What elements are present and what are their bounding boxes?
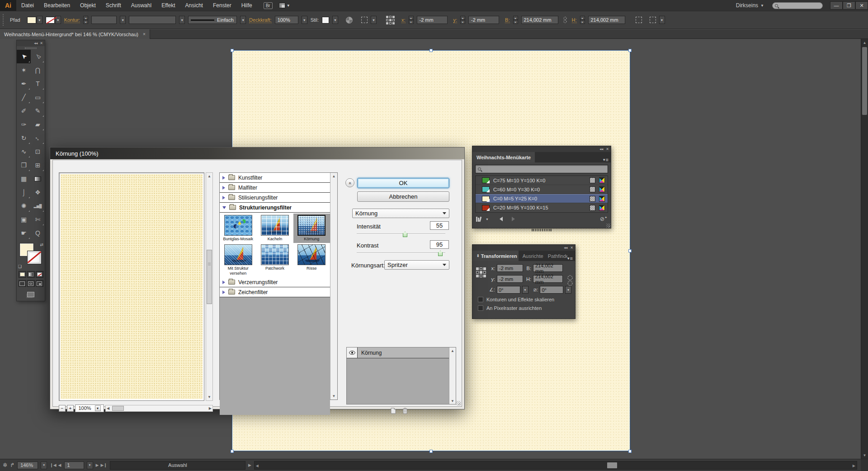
workspace-layout-icon[interactable]: ▼ — [279, 3, 290, 8]
pattern-icon[interactable] — [590, 186, 595, 192]
scroll-left-icon[interactable]: ◀ — [256, 464, 259, 468]
selection-handle-e[interactable] — [628, 249, 632, 252]
category-strukturierungsfilter[interactable]: Strukturierungsfilter — [220, 203, 330, 213]
tab-close-icon[interactable]: × — [143, 32, 146, 37]
category-kunstfilter[interactable]: Kunstfilter — [220, 173, 330, 183]
expand-icon[interactable] — [222, 196, 225, 200]
menu-bearbeiten[interactable]: Bearbeiten — [39, 0, 75, 11]
panel-close-icon[interactable]: ✕ — [606, 147, 609, 151]
graphic-style-dropdown[interactable]: ▼ — [332, 16, 338, 24]
rotate-angle-field[interactable]: 0° — [497, 286, 520, 294]
constrain-proportions-icon[interactable] — [567, 275, 573, 286]
pattern-icon[interactable] — [590, 177, 595, 183]
selection-handle-se[interactable] — [628, 450, 632, 453]
panel-collapse-icon[interactable]: ◂◂ — [599, 147, 603, 151]
mesh-tool[interactable]: ▦ — [17, 172, 31, 186]
category-zeichenfilter[interactable]: Zeichenfilter — [220, 287, 330, 297]
horizontal-scroll-thumb[interactable] — [607, 462, 617, 468]
rectangle-tool[interactable]: ▭ — [31, 90, 45, 104]
share-icon[interactable]: ↱ — [10, 462, 14, 468]
cmyk-process-icon[interactable] — [599, 196, 605, 202]
artboard-number-field[interactable]: 1 — [64, 461, 84, 469]
preview-hscroll-thumb[interactable] — [112, 406, 124, 411]
vertical-scrollbar[interactable]: ▲ ▼ — [861, 39, 868, 459]
zoom-tool[interactable]: Q — [31, 226, 45, 240]
workspace-switcher[interactable]: Dirkseins ▼ — [736, 2, 764, 9]
ok-button[interactable]: OK — [357, 178, 449, 188]
fill-color-dropdown[interactable]: ▼ — [37, 16, 42, 24]
y-field[interactable]: -2 mm — [497, 275, 523, 283]
x-field[interactable]: -2 mm — [497, 264, 523, 272]
menu-fenster[interactable]: Fenster — [208, 0, 236, 11]
swatch-row-teal[interactable]: C=60 M=0 Y=30 K=0 — [476, 185, 608, 194]
draw-inside-mode[interactable] — [36, 280, 43, 287]
stroke-style-field[interactable]: Einfach — [188, 16, 237, 24]
paintbrush-tool[interactable]: ✐ — [17, 104, 31, 118]
expand-icon[interactable] — [222, 290, 225, 294]
selection-handle-s[interactable] — [429, 450, 433, 453]
dialog-title-bar[interactable]: Körnung (100%) — [50, 147, 464, 159]
panel-collapse-icon[interactable]: ◂◂ — [34, 41, 38, 45]
scroll-up-icon[interactable]: ▲ — [861, 39, 868, 46]
height-field[interactable]: 214,002 mm — [588, 16, 625, 24]
previous-artboard-icon[interactable]: ◀ — [58, 463, 61, 467]
y-stepper[interactable]: ▲▼ — [460, 16, 465, 24]
direct-selection-tool[interactable]: ▻ — [31, 50, 45, 63]
effect-layer-row[interactable]: Körnung — [347, 347, 456, 358]
artboard-tool[interactable]: ▣ — [17, 213, 31, 226]
width-field[interactable]: 214,002 mm — [521, 16, 558, 24]
swatch-panel-tab[interactable]: Weihnachts-Menükarte — [472, 152, 535, 162]
panel-menu-icon[interactable]: ▾≡ — [603, 157, 611, 162]
gradient-tool[interactable] — [31, 172, 45, 186]
height-stepper[interactable]: ▲▼ — [580, 16, 585, 24]
menu-ansicht[interactable]: Ansicht — [180, 0, 208, 11]
default-fill-stroke-icon[interactable]: ❏ — [18, 264, 22, 269]
stroke-weight-dropdown[interactable]: ▼ — [120, 16, 126, 24]
scroll-down-icon[interactable]: ▼ — [861, 452, 868, 459]
panel-drag-grip[interactable] — [17, 46, 45, 50]
stroke-weight-stepper[interactable]: ▲▼ — [83, 16, 88, 24]
zoom-level-field[interactable]: 146% — [17, 461, 38, 469]
swatch-search-input[interactable] — [475, 165, 608, 173]
zoom-in-button[interactable]: + — [67, 405, 74, 412]
filter-thumb-buntglas[interactable]: Buntglas-Mosaik — [220, 214, 256, 243]
shear-angle-field[interactable]: 0° — [540, 286, 563, 294]
category-stilisierungsfilter[interactable]: Stilisierungsfilter — [220, 193, 330, 203]
panel-close-icon[interactable]: ✕ — [570, 246, 573, 250]
dialog-resize-grip[interactable] — [456, 401, 461, 405]
filter-thumb-patchwork[interactable]: Patchwork — [256, 243, 293, 277]
symbol-sprayer-tool[interactable]: ✺ — [17, 199, 31, 213]
brush-definition-dropdown[interactable]: ▼ — [179, 16, 185, 24]
opacity-dropdown[interactable]: ▼ — [302, 16, 307, 24]
eyedropper-tool[interactable]: ⌡ — [17, 186, 31, 199]
vertical-scroll-thumb[interactable] — [862, 47, 867, 115]
screen-mode-button[interactable] — [17, 289, 45, 301]
selection-handle-nw[interactable] — [231, 49, 234, 52]
y-field[interactable]: -2 mm — [468, 16, 499, 24]
reference-point-grid[interactable] — [386, 16, 395, 24]
cmyk-process-icon[interactable] — [599, 205, 605, 211]
height-field[interactable]: 214,002 mm — [533, 275, 563, 283]
color-button[interactable] — [19, 271, 26, 278]
select-similar-dropdown[interactable]: ▼ — [371, 16, 377, 24]
width-tool[interactable]: ∿ — [17, 145, 31, 158]
draw-behind-mode[interactable] — [27, 280, 35, 287]
visibility-cell[interactable] — [347, 347, 358, 358]
pen-tool[interactable]: ✒ — [17, 77, 31, 90]
swap-fill-stroke-icon[interactable]: ⇄ — [40, 243, 43, 247]
effect-scroll-up-icon[interactable]: ▲ — [449, 347, 456, 354]
collapse-icon[interactable] — [222, 206, 226, 209]
preview-scroll-thumb[interactable] — [207, 250, 212, 304]
draw-normal-mode[interactable] — [19, 280, 26, 287]
isolate-selection-icon[interactable] — [650, 17, 656, 23]
library-dropdown-icon[interactable]: ▼ — [486, 218, 489, 221]
scale-tool[interactable]: ↔ — [31, 131, 45, 145]
document-tab[interactable]: Weihnachts-Menü-Hintergrund* bei 146 % (… — [0, 29, 150, 39]
filter-thumb-risse[interactable]: Risse — [293, 243, 330, 277]
expand-icon[interactable] — [222, 281, 225, 284]
opacity-label[interactable]: Deckkraft: — [249, 17, 272, 23]
swatch-row-cream-selected[interactable]: C=0 M=5 Y=25 K=0 — [476, 194, 608, 203]
zoom-out-button[interactable]: − — [59, 405, 66, 412]
preview-scroll-up-icon[interactable]: ▲ — [206, 173, 212, 180]
free-transform-tool[interactable]: ⊡ — [31, 145, 45, 158]
